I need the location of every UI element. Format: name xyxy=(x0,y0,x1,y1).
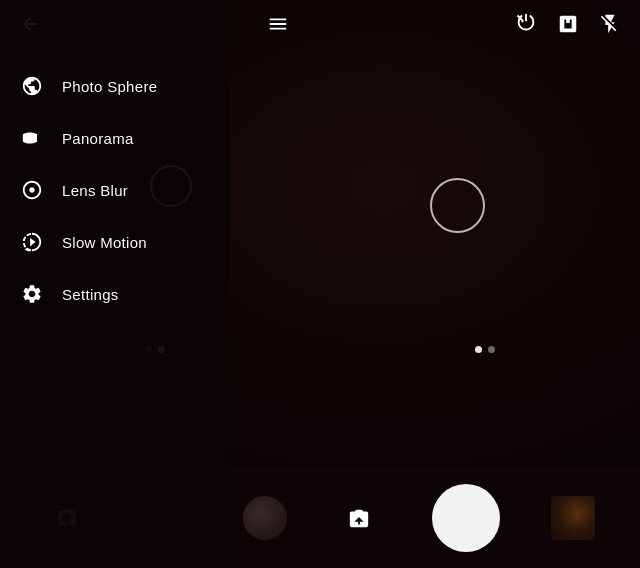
panorama-icon xyxy=(20,126,44,150)
sidebar-item-settings[interactable]: Settings xyxy=(0,268,230,320)
photo-sphere-icon xyxy=(20,74,44,98)
settings-label: Settings xyxy=(62,286,119,303)
timer-off-icon xyxy=(515,13,537,35)
menu-button[interactable] xyxy=(264,10,292,38)
panorama-label: Panorama xyxy=(62,130,134,147)
hdr-button[interactable] xyxy=(554,10,582,38)
flip-camera-button[interactable] xyxy=(337,496,381,540)
focus-circle-right xyxy=(430,178,485,233)
shutter-button[interactable] xyxy=(432,484,500,552)
sidebar-item-lens-blur[interactable]: Lens Blur xyxy=(0,164,230,216)
filter-button[interactable] xyxy=(243,496,287,540)
slow-motion-icon xyxy=(20,230,44,254)
flash-button[interactable] xyxy=(596,10,624,38)
lens-blur-label: Lens Blur xyxy=(62,182,128,199)
slow-motion-label: Slow Motion xyxy=(62,234,147,251)
hdr-icon xyxy=(557,13,579,35)
timer-button[interactable] xyxy=(512,10,540,38)
gallery-thumbnail[interactable] xyxy=(551,496,595,540)
pagination-dots-right xyxy=(475,346,495,353)
flip-camera-icon xyxy=(348,507,370,529)
top-bar-right xyxy=(512,10,624,38)
sidebar-item-panorama[interactable]: Panorama xyxy=(0,112,230,164)
hamburger-icon xyxy=(267,13,289,35)
photo-sphere-label: Photo Sphere xyxy=(62,78,157,95)
dot-4 xyxy=(488,346,495,353)
lens-blur-icon xyxy=(20,178,44,202)
sidebar-item-slow-motion[interactable]: Slow Motion xyxy=(0,216,230,268)
sidebar-menu: Photo Sphere Panorama Lens Blur xyxy=(0,0,230,568)
dot-3 xyxy=(475,346,482,353)
settings-icon xyxy=(20,282,44,306)
sidebar-item-photo-sphere[interactable]: Photo Sphere xyxy=(0,60,230,112)
flash-off-icon xyxy=(599,13,621,35)
